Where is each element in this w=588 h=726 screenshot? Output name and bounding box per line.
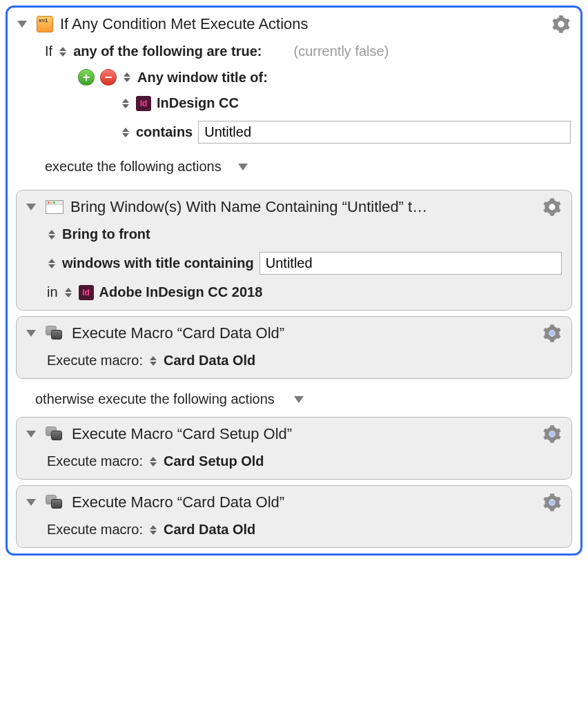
gear-icon[interactable] xyxy=(542,197,562,217)
gear-icon[interactable] xyxy=(542,493,562,512)
in-app-popup[interactable] xyxy=(63,288,73,297)
bring-front-label: Bring to front xyxy=(62,226,150,242)
indesign-icon: Id xyxy=(136,96,151,111)
execute-macro-label: Execute macro: xyxy=(47,353,143,369)
any-window-title-label: Any window title of: xyxy=(137,70,268,86)
in-label: in xyxy=(47,284,58,300)
app-popup[interactable] xyxy=(121,99,130,108)
window-match-popup[interactable] xyxy=(47,259,57,268)
disclosure-icon[interactable] xyxy=(26,330,36,337)
disclosure-icon[interactable] xyxy=(26,204,36,210)
svg-point-0 xyxy=(558,21,563,26)
then-disclosure-icon[interactable] xyxy=(238,164,248,170)
current-state: (currently false) xyxy=(293,43,389,59)
gear-icon[interactable] xyxy=(542,324,562,343)
macro2-name: Card Setup Old xyxy=(164,453,264,469)
any-all-popup[interactable] xyxy=(58,47,68,57)
if-word: If xyxy=(45,43,52,59)
execute-macro-action-1: Execute Macro “Card Data Old” Execute ma… xyxy=(16,316,572,379)
window-title-input[interactable] xyxy=(259,252,562,275)
macro1-title: Execute Macro “Card Data Old” xyxy=(72,324,536,342)
execute-macro-action-2: Execute Macro “Card Setup Old” Execute m… xyxy=(16,417,572,480)
if-action-container: If Any Condition Met Execute Actions If … xyxy=(6,6,582,556)
contains-popup[interactable] xyxy=(121,128,130,137)
execute-macro-action-3: Execute Macro “Card Data Old” Execute ma… xyxy=(16,485,572,548)
macro-icon xyxy=(46,426,65,442)
disclosure-icon[interactable] xyxy=(26,499,36,506)
if-header-block: If Any Condition Met Execute Actions If … xyxy=(8,8,580,184)
any-following-label: any of the following are true: xyxy=(73,43,262,59)
if-title: If Any Condition Met Execute Actions xyxy=(60,15,545,33)
bring-mode-popup[interactable] xyxy=(47,230,57,239)
gear-icon[interactable] xyxy=(551,14,571,34)
contains-input[interactable] xyxy=(198,121,571,144)
bring-window-action: Bring Window(s) With Name Containing “Un… xyxy=(16,190,572,311)
macro-popup[interactable] xyxy=(148,525,158,535)
app-name: InDesign CC xyxy=(157,95,239,111)
disclosure-icon[interactable] xyxy=(26,431,36,438)
execute-macro-label: Execute macro: xyxy=(47,522,143,538)
if-icon xyxy=(37,16,53,32)
svg-point-3 xyxy=(549,431,554,436)
contains-label: contains xyxy=(136,124,193,140)
execute-following-label: execute the following actions xyxy=(45,159,222,175)
windows-with-label: windows with title containing xyxy=(62,255,254,271)
indesign-icon: Id xyxy=(79,285,94,300)
svg-point-2 xyxy=(549,331,554,335)
in-app-name: Adobe InDesign CC 2018 xyxy=(99,284,263,300)
macro-icon xyxy=(46,326,65,341)
remove-condition-button[interactable]: − xyxy=(100,69,117,86)
macro-popup[interactable] xyxy=(148,356,158,366)
window-icon xyxy=(46,200,63,214)
add-condition-button[interactable]: + xyxy=(78,69,95,86)
gear-icon[interactable] xyxy=(542,424,562,444)
else-disclosure-icon[interactable] xyxy=(294,396,304,403)
macro-icon xyxy=(46,495,65,510)
svg-point-4 xyxy=(549,500,554,504)
otherwise-label: otherwise execute the following actions xyxy=(35,391,275,407)
execute-macro-label: Execute macro: xyxy=(47,453,143,469)
bring-title: Bring Window(s) With Name Containing “Un… xyxy=(70,198,536,216)
condition-type-popup[interactable] xyxy=(122,72,132,82)
macro3-name: Card Data Old xyxy=(164,522,255,538)
macro1-name: Card Data Old xyxy=(164,353,255,369)
svg-point-1 xyxy=(549,204,554,209)
disclosure-icon[interactable] xyxy=(17,21,27,28)
macro-popup[interactable] xyxy=(148,457,158,467)
macro2-title: Execute Macro “Card Setup Old” xyxy=(72,425,536,443)
macro3-title: Execute Macro “Card Data Old” xyxy=(72,493,536,511)
